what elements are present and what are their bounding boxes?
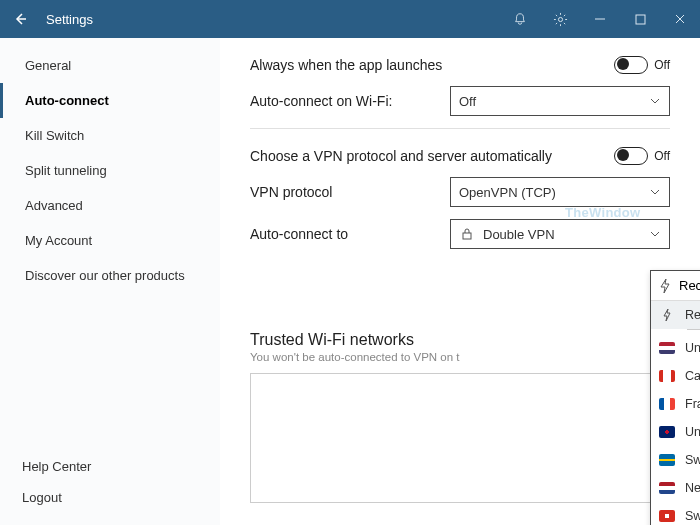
flag-icon-ca	[659, 370, 675, 382]
server-option-label: Sweden	[685, 453, 700, 467]
notification-icon[interactable]	[500, 0, 540, 38]
sidebar-item-split-tunneling[interactable]: Split tunneling	[0, 153, 220, 188]
server-option-label: Recommended server	[685, 308, 700, 322]
chevron-down-icon	[649, 228, 661, 240]
server-option-us[interactable]: United States	[651, 334, 700, 362]
server-option-ch[interactable]: Switzerland	[651, 502, 700, 525]
sidebar: General Auto-connect Kill Switch Split t…	[0, 38, 220, 525]
trusted-subtitle: You won't be auto-connected to VPN on t	[250, 351, 670, 363]
vpn-protocol-select[interactable]: OpenVPN (TCP)	[450, 177, 670, 207]
minimize-button[interactable]	[580, 0, 620, 38]
always-launch-toggle[interactable]	[614, 56, 648, 74]
flag-icon-us	[659, 342, 675, 354]
trusted-networks-list[interactable]	[250, 373, 670, 503]
svg-rect-2	[636, 15, 645, 24]
sidebar-item-auto-connect[interactable]: Auto-connect	[0, 83, 220, 118]
titlebar: Settings	[0, 0, 700, 38]
server-option-label: United Kingdom	[685, 425, 700, 439]
lock-icon	[459, 228, 475, 240]
server-option-label: United States	[685, 341, 700, 355]
back-button[interactable]	[0, 0, 40, 38]
svg-rect-3	[463, 233, 471, 239]
help-center-link[interactable]: Help Center	[0, 451, 220, 482]
wifi-autoconnect-label: Auto-connect on Wi-Fi:	[250, 93, 425, 109]
server-option-label: Switzerland	[685, 509, 700, 523]
protocol-auto-toggle[interactable]	[614, 147, 648, 165]
flag-icon-fr	[659, 398, 675, 410]
dropdown-separator	[687, 329, 700, 330]
autoconnect-to-value: Double VPN	[483, 227, 555, 242]
bolt-icon	[659, 279, 671, 293]
protocol-auto-toggle-state: Off	[654, 149, 670, 163]
server-option-label: France	[685, 397, 700, 411]
server-option-se[interactable]: Sweden	[651, 446, 700, 474]
server-option-nl[interactable]: Netherlands	[651, 474, 700, 502]
vpn-protocol-value: OpenVPN (TCP)	[459, 185, 556, 200]
autoconnect-to-select[interactable]: Double VPN	[450, 219, 670, 249]
server-dropdown-selected-label: Recommended server	[679, 278, 700, 293]
wifi-autoconnect-select[interactable]: Off	[450, 86, 670, 116]
server-dropdown: Recommended server Recommended serverUni…	[650, 270, 700, 525]
server-option-label: Netherlands	[685, 481, 700, 495]
flag-icon-ch	[659, 510, 675, 522]
trusted-title: Trusted Wi-Fi networks	[250, 331, 670, 349]
wifi-autoconnect-value: Off	[459, 94, 476, 109]
sidebar-item-advanced[interactable]: Advanced	[0, 188, 220, 223]
watermark: TheWindow	[565, 205, 641, 220]
close-button[interactable]	[660, 0, 700, 38]
bolt-icon	[659, 309, 675, 321]
vpn-protocol-label: VPN protocol	[250, 184, 425, 200]
server-option-gb[interactable]: United Kingdom	[651, 418, 700, 446]
flag-icon-nl	[659, 482, 675, 494]
svg-point-0	[558, 17, 562, 21]
always-launch-toggle-state: Off	[654, 58, 670, 72]
chevron-down-icon	[649, 186, 661, 198]
sidebar-item-kill-switch[interactable]: Kill Switch	[0, 118, 220, 153]
protocol-auto-label: Choose a VPN protocol and server automat…	[250, 148, 614, 164]
chevron-down-icon	[649, 95, 661, 107]
sidebar-item-general[interactable]: General	[0, 48, 220, 83]
sidebar-item-my-account[interactable]: My Account	[0, 223, 220, 258]
server-dropdown-list[interactable]: Recommended serverUnited StatesCanadaFra…	[651, 301, 700, 525]
always-launch-label: Always when the app launches	[250, 57, 614, 73]
main-panel: Always when the app launches Off Auto-co…	[220, 38, 700, 525]
flag-icon-se	[659, 454, 675, 466]
divider	[250, 128, 670, 129]
server-option-ca[interactable]: Canada	[651, 362, 700, 390]
server-option-bolt[interactable]: Recommended server	[651, 301, 700, 329]
settings-gear-icon[interactable]	[540, 0, 580, 38]
server-dropdown-selected[interactable]: Recommended server	[651, 271, 700, 301]
autoconnect-to-label: Auto-connect to	[250, 226, 425, 242]
flag-icon-gb	[659, 426, 675, 438]
server-option-fr[interactable]: France	[651, 390, 700, 418]
maximize-button[interactable]	[620, 0, 660, 38]
server-option-label: Canada	[685, 369, 700, 383]
window-title: Settings	[46, 12, 93, 27]
sidebar-item-discover[interactable]: Discover our other products	[0, 258, 220, 293]
logout-link[interactable]: Logout	[0, 482, 220, 513]
